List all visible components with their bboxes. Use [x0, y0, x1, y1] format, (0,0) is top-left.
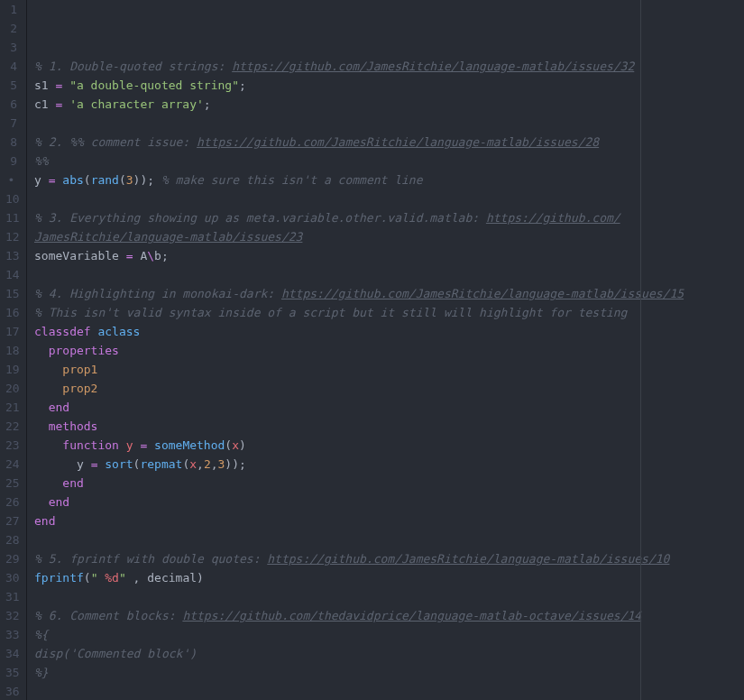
- line-number: 29: [5, 549, 17, 568]
- code-line[interactable]: [34, 265, 744, 284]
- token-kw: classdef: [34, 325, 91, 338]
- token-num: 3: [126, 173, 133, 187]
- token-num: 2: [204, 457, 211, 471]
- token-kw: end: [49, 495, 69, 509]
- token-pl: (: [119, 173, 126, 187]
- code-line[interactable]: % This isn't valid syntax inside of a sc…: [34, 303, 744, 322]
- token-kw: end: [62, 476, 83, 490]
- code-line[interactable]: prop2: [34, 379, 744, 398]
- token-cm: % 2. %% comment issue:: [34, 135, 197, 149]
- token-kw: properties: [49, 344, 119, 357]
- token-pl: s1: [34, 78, 55, 92]
- line-number: 30: [5, 568, 17, 587]
- line-number: 13: [5, 246, 17, 265]
- code-line[interactable]: JamesRitchie/language-matlab/issues/23: [34, 227, 744, 246]
- code-editor[interactable]: 123456789•101112131415161718192021222324…: [0, 0, 744, 700]
- token-lnk: https://github.com/JamesRitchie/language…: [197, 135, 599, 149]
- code-line[interactable]: % 2. %% comment issue: https://github.co…: [34, 133, 744, 152]
- code-line[interactable]: [34, 587, 744, 606]
- code-line[interactable]: end: [34, 474, 744, 493]
- line-number: 24: [5, 455, 17, 474]
- line-number: 31: [5, 587, 17, 606]
- token-pl: (: [84, 571, 91, 585]
- token-lnk: https://github.com/thedavidprice/languag…: [182, 609, 641, 622]
- code-line[interactable]: c1 = 'a character array';: [34, 95, 744, 114]
- code-line[interactable]: someVariable = A\b;: [34, 246, 744, 265]
- code-line[interactable]: fprintf(" %d" , decimal): [34, 568, 744, 587]
- line-number: 14: [5, 265, 17, 284]
- code-line[interactable]: % 5. fprintf with double quotes: https:/…: [34, 549, 744, 568]
- token-cm: % 1. Double-quoted strings:: [34, 60, 232, 73]
- token-pr: prop2: [62, 382, 97, 395]
- token-pl: [147, 438, 154, 452]
- token-pl: y: [34, 457, 91, 471]
- line-number: 5: [5, 76, 17, 95]
- code-line[interactable]: [34, 530, 744, 549]
- token-fn: aclass: [97, 325, 140, 338]
- line-number: 9: [5, 152, 17, 170]
- code-line[interactable]: % 1. Double-quoted strings: https://gith…: [34, 57, 744, 76]
- token-fn: rand: [91, 173, 119, 187]
- token-kw: \: [147, 249, 154, 262]
- code-line[interactable]: properties: [34, 341, 744, 360]
- token-pl: A: [133, 249, 148, 262]
- token-pl: [34, 495, 49, 509]
- token-kw: methods: [49, 419, 98, 433]
- code-line[interactable]: %%: [34, 152, 744, 170]
- token-fn: fprintf: [34, 571, 84, 585]
- token-id: y: [126, 438, 133, 452]
- token-pl: ));: [225, 457, 245, 471]
- line-number: 19: [5, 360, 17, 379]
- code-line[interactable]: %}: [34, 663, 744, 682]
- code-line[interactable]: classdef aclass: [34, 322, 744, 341]
- line-number: 18: [5, 341, 17, 360]
- code-line[interactable]: % 6. Comment blocks: https://github.com/…: [34, 606, 744, 625]
- code-line[interactable]: %{: [34, 625, 744, 644]
- line-number: 35: [5, 663, 17, 682]
- code-line[interactable]: end: [34, 511, 744, 530]
- line-number: 23: [5, 436, 17, 455]
- line-number: 21: [5, 398, 17, 417]
- code-line[interactable]: [34, 189, 744, 208]
- line-number: 15: [5, 284, 17, 303]
- token-cm: %}: [34, 666, 49, 679]
- code-line[interactable]: % 4. Highlighting in monokai-dark: https…: [34, 284, 744, 303]
- token-pl: [62, 78, 69, 92]
- token-fn: abs: [62, 173, 83, 187]
- code-line[interactable]: methods: [34, 417, 744, 436]
- line-number: 16: [5, 303, 17, 322]
- code-line[interactable]: y = sort(repmat(x,2,3));: [34, 455, 744, 474]
- token-lnk: https://github.com/JamesRitchie/language…: [232, 60, 634, 73]
- token-cm: disp('Commented block'): [34, 647, 197, 660]
- code-line[interactable]: disp('Commented block'): [34, 644, 744, 663]
- code-line[interactable]: [34, 682, 744, 700]
- line-number: 20: [5, 379, 17, 398]
- line-number: 1: [5, 0, 17, 19]
- token-pr: prop1: [62, 363, 97, 376]
- token-pl: ): [239, 438, 246, 452]
- line-number: 17: [5, 322, 17, 341]
- token-str: ": [119, 571, 126, 585]
- token-pl: ));: [133, 173, 161, 187]
- token-kw: =: [126, 249, 133, 262]
- token-pl: [34, 438, 62, 452]
- token-str: "a double-quoted string": [69, 78, 239, 92]
- code-line[interactable]: [34, 114, 744, 133]
- token-lnk: JamesRitchie/language-matlab/issues/23: [34, 230, 302, 244]
- code-line[interactable]: s1 = "a double-quoted string";: [34, 76, 744, 95]
- token-pl: y: [34, 173, 49, 187]
- token-pl: (: [84, 173, 91, 187]
- token-cm: % 4. Highlighting in monokai-dark:: [34, 287, 281, 300]
- code-line[interactable]: end: [34, 398, 744, 417]
- line-number: 27: [5, 511, 17, 530]
- token-pl: [62, 97, 69, 111]
- code-area[interactable]: % 1. Double-quoted strings: https://gith…: [27, 0, 744, 700]
- code-line[interactable]: prop1: [34, 360, 744, 379]
- line-number-wrap-indicator: •: [5, 170, 17, 189]
- token-cm: % 6. Comment blocks:: [34, 609, 182, 622]
- code-line[interactable]: y = abs(rand(3)); % make sure this isn't…: [34, 170, 744, 189]
- code-line[interactable]: % 3. Everything showing up as meta.varia…: [34, 208, 744, 227]
- code-line[interactable]: function y = someMethod(x): [34, 436, 744, 455]
- code-line[interactable]: end: [34, 493, 744, 511]
- line-number: 28: [5, 530, 17, 549]
